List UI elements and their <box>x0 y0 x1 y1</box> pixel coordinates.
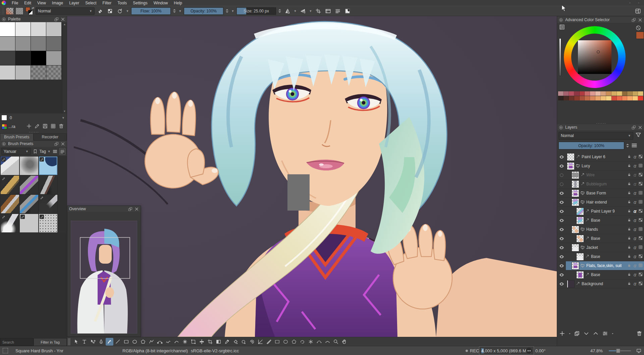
inherit-alpha-icon[interactable] <box>638 254 643 260</box>
layer-lock-icon[interactable] <box>627 209 632 214</box>
layer-lock-icon[interactable] <box>627 272 632 278</box>
alpha-lock-icon[interactable]: α <box>633 209 637 214</box>
tab-brush-presets[interactable]: Brush Presets <box>0 133 34 141</box>
display-mode-icon[interactable] <box>52 148 58 155</box>
chevron-down-icon[interactable]: ▼ <box>62 116 65 120</box>
overview-thumbnail[interactable] <box>71 221 137 335</box>
inherit-alpha-icon[interactable] <box>638 272 643 278</box>
palette-swatch[interactable] <box>15 37 31 51</box>
opacity-spinner[interactable] <box>225 9 229 13</box>
measure-tool[interactable] <box>265 338 273 346</box>
brush-preset-paintbrush[interactable] <box>0 194 19 214</box>
duplicate-layer-button[interactable] <box>573 330 581 337</box>
ellipse-tool[interactable] <box>131 338 139 346</box>
layer-options-icon[interactable] <box>631 142 639 149</box>
brush-preset-airbrush-soft[interactable] <box>39 194 58 214</box>
assistants-tool[interactable] <box>257 338 264 346</box>
gradient-tool[interactable] <box>215 338 222 346</box>
inherit-alpha-icon[interactable] <box>638 227 643 232</box>
chevron-down-icon[interactable]: ▼ <box>125 9 129 13</box>
transform-tool[interactable] <box>190 338 197 346</box>
layer-properties-dropdown[interactable] <box>611 330 614 337</box>
brush-preset-ink-pen-purple[interactable] <box>19 175 39 194</box>
inherit-alpha-icon[interactable] <box>638 218 643 223</box>
layer-lock-icon[interactable] <box>627 154 632 160</box>
inherit-alpha-icon[interactable] <box>638 190 643 196</box>
palette-swatch[interactable] <box>15 22 31 37</box>
layer-lock-icon[interactable] <box>627 190 632 196</box>
add-layer-dropdown[interactable] <box>568 330 571 337</box>
menu-edit[interactable]: Edit <box>21 1 34 5</box>
inherit-alpha-icon[interactable] <box>638 199 643 205</box>
palette-swatch[interactable] <box>15 51 31 65</box>
menu-help[interactable]: Help <box>171 1 185 5</box>
inherit-alpha-icon[interactable] <box>638 209 643 214</box>
alpha-lock-icon[interactable]: α <box>633 163 637 169</box>
freehand-brush-tool[interactable] <box>106 338 113 346</box>
fullscreen-icon[interactable] <box>636 346 643 355</box>
palette-swatch[interactable] <box>0 22 15 37</box>
saturation-value-square[interactable] <box>578 40 611 74</box>
layer-lock-icon[interactable] <box>627 281 632 287</box>
alpha-lock-icon[interactable]: α <box>633 263 637 268</box>
menu-image[interactable]: Image <box>49 1 66 5</box>
canvas[interactable]: Overview <box>67 16 557 337</box>
float-docker-icon[interactable] <box>632 125 636 130</box>
maximize-button[interactable]: ▫ <box>637 1 641 5</box>
current-swatch[interactable] <box>1 115 7 121</box>
flow-slider[interactable]: Flow: 100% <box>131 7 171 15</box>
layer-lock-icon[interactable] <box>627 163 632 169</box>
shade-swatch[interactable] <box>627 96 633 100</box>
chevron-down-icon[interactable]: ▼ <box>178 9 182 13</box>
layer-row-paint-layer-6[interactable]: Paint Layer 6α <box>557 152 644 162</box>
toolbox-drag-handle[interactable] <box>68 338 70 345</box>
pattern-chooser-button[interactable] <box>15 7 23 15</box>
shade-swatch[interactable] <box>564 96 569 100</box>
visibility-on-icon[interactable] <box>557 163 566 169</box>
rectangle-tool[interactable] <box>122 338 130 346</box>
visibility-on-icon[interactable] <box>557 254 566 260</box>
layer-opacity-slider[interactable]: Opacity: 100% <box>558 142 624 149</box>
palette-swatch[interactable] <box>46 37 62 51</box>
preset-options-icon[interactable] <box>59 148 65 155</box>
layer-row-base[interactable]: Baseα <box>557 270 644 279</box>
shade-swatch[interactable] <box>580 91 585 96</box>
alpha-lock-icon[interactable]: α <box>633 227 637 232</box>
tab-recorder[interactable]: Recorder <box>34 133 67 141</box>
layer-filter-icon[interactable] <box>635 132 643 140</box>
layer-row-base[interactable]: Baseα <box>557 252 644 261</box>
menu-select[interactable]: Select <box>82 1 99 5</box>
palette-chooser-icon[interactable] <box>2 124 7 129</box>
palette-swatch[interactable] <box>15 65 31 80</box>
shade-swatch[interactable] <box>558 96 564 100</box>
freehand-select-tool[interactable] <box>299 338 306 346</box>
menu-file[interactable]: File <box>9 1 21 5</box>
menu-layer[interactable]: Layer <box>66 1 82 5</box>
visibility-on-icon[interactable] <box>557 218 566 223</box>
delete-layer-button[interactable] <box>636 330 643 337</box>
shade-swatch[interactable] <box>622 91 628 96</box>
menu-window[interactable]: Window <box>151 1 171 5</box>
multibrush-tool[interactable] <box>181 338 189 346</box>
menu-view[interactable]: View <box>34 1 49 5</box>
gradient-chooser-button[interactable] <box>6 7 14 15</box>
inherit-alpha-icon[interactable] <box>638 236 643 241</box>
inherit-alpha-icon[interactable] <box>638 163 643 169</box>
palette-swatch[interactable] <box>46 65 62 80</box>
flow-spinner[interactable] <box>172 9 176 13</box>
layer-row-background[interactable]: Backgroundα <box>557 279 644 289</box>
layer-lock-icon[interactable] <box>627 263 632 269</box>
tag-icon[interactable] <box>32 148 38 155</box>
shade-swatch[interactable] <box>627 91 633 96</box>
wrap-around-button[interactable] <box>314 7 322 15</box>
chevron-down-icon[interactable]: ▼ <box>293 9 297 13</box>
similar-color-select-tool[interactable] <box>307 338 315 346</box>
visibility-on-icon[interactable] <box>557 190 566 196</box>
brush-preset-eraser-soft[interactable] <box>0 156 19 175</box>
edit-palette-button[interactable] <box>34 123 41 130</box>
brush-size-slider[interactable]: Size: 25.00 px <box>236 7 276 15</box>
alpha-lock-icon[interactable]: α <box>633 281 637 286</box>
add-swatch-button[interactable] <box>26 123 33 130</box>
move-tool[interactable] <box>198 338 206 346</box>
shade-swatch[interactable] <box>595 91 601 96</box>
